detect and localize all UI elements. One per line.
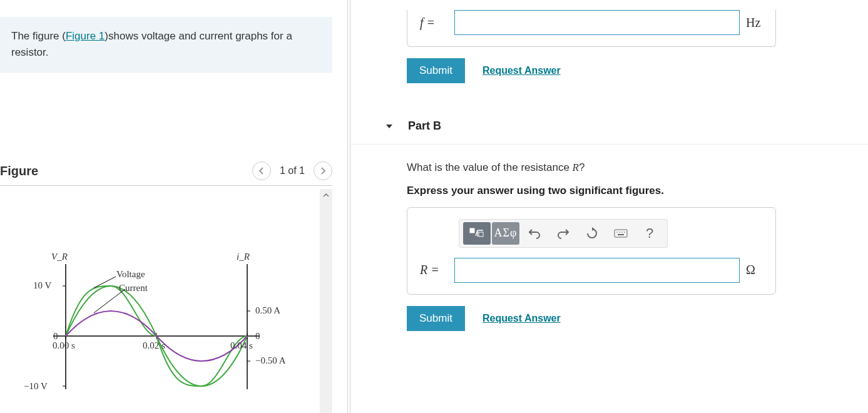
figure-link[interactable]: Figure 1 [66, 30, 105, 42]
figure-prev-button[interactable] [252, 161, 271, 180]
reset-icon [586, 227, 598, 240]
right-tick-05a: 0.50 A [255, 305, 280, 316]
right-axis-label: i_R [237, 252, 250, 262]
part-b-request-link[interactable]: Request Answer [483, 313, 561, 324]
redo-button[interactable] [549, 222, 577, 245]
part-b-unit: Ω [746, 263, 755, 277]
chevron-right-icon [320, 166, 326, 175]
part-b-buttons: Submit Request Answer [407, 306, 868, 331]
svg-rect-13 [479, 232, 483, 237]
undo-icon [528, 228, 541, 239]
svg-rect-12 [470, 228, 474, 233]
figure-next-button[interactable] [314, 161, 332, 180]
series-current-label: Current [119, 283, 148, 293]
svg-point-16 [619, 232, 620, 233]
scroll-up-button[interactable] [320, 189, 332, 201]
chevron-up-icon [323, 193, 329, 197]
figure-count: 1 of 1 [276, 165, 309, 176]
figure-scrollbar[interactable] [320, 189, 332, 413]
x-tick-2: 0.04 s [230, 340, 253, 351]
part-b-title: Part B [408, 120, 441, 133]
part-a-answer-box: f = Hz [407, 10, 776, 47]
math-template-icon [469, 227, 484, 240]
part-b-variable: R = [420, 263, 448, 277]
left-tick-10v: 10 V [33, 280, 51, 291]
equation-toolbar: ΑΣφ ? [459, 219, 668, 248]
intro-prefix: The figure ( [11, 30, 66, 42]
part-a-variable: f = [420, 16, 448, 30]
left-tick-n10v: −10 V [24, 381, 48, 392]
graph-svg [19, 252, 313, 402]
svg-point-18 [624, 232, 625, 233]
help-button[interactable]: ? [636, 222, 663, 245]
figure-area: V_R i_R 10 V 0 −10 V 0.50 A 0 −0.50 A 0.… [0, 189, 332, 413]
part-b-instruction: Express your answer using two significan… [407, 185, 868, 197]
svg-rect-14 [615, 230, 627, 237]
part-a-request-link[interactable]: Request Answer [483, 65, 561, 76]
part-b-input[interactable] [454, 258, 740, 283]
right-tick-n05a: −0.50 A [255, 355, 285, 366]
caret-down-icon [385, 122, 393, 131]
keyboard-button[interactable] [607, 222, 635, 245]
part-b-submit-button[interactable]: Submit [407, 306, 465, 331]
figure-header: Figure 1 of 1 [0, 161, 332, 186]
figure-graph: V_R i_R 10 V 0 −10 V 0.50 A 0 −0.50 A 0.… [19, 252, 313, 404]
part-a-submit-button[interactable]: Submit [407, 58, 465, 83]
greek-button[interactable]: ΑΣφ [492, 222, 519, 245]
series-voltage-label: Voltage [116, 269, 145, 280]
undo-button[interactable] [521, 222, 548, 245]
right-tick-0: 0 [255, 331, 260, 342]
svg-point-17 [621, 232, 623, 233]
svg-rect-19 [618, 234, 624, 235]
chevron-left-icon [258, 166, 265, 175]
part-a-unit: Hz [746, 16, 760, 30]
part-a-buttons: Submit Request Answer [407, 58, 868, 83]
figure-title: Figure [0, 164, 38, 178]
x-tick-0: 0.00 s [53, 340, 75, 351]
part-b-question: What is the value of the resistance R? [407, 160, 868, 176]
part-a-input[interactable] [454, 10, 740, 35]
problem-intro: The figure (Figure 1)shows voltage and c… [0, 17, 332, 73]
templates-button[interactable] [463, 222, 491, 245]
keyboard-icon [614, 229, 628, 238]
x-tick-1: 0.02 s [143, 340, 165, 351]
figure-nav: 1 of 1 [252, 161, 332, 180]
svg-point-15 [616, 232, 618, 233]
reset-button[interactable] [578, 222, 606, 245]
part-b-header[interactable]: Part B [350, 108, 868, 145]
left-axis-label: V_R [51, 252, 68, 262]
part-b-answer-box: ΑΣφ ? R = Ω [407, 207, 776, 295]
redo-icon [557, 228, 569, 239]
